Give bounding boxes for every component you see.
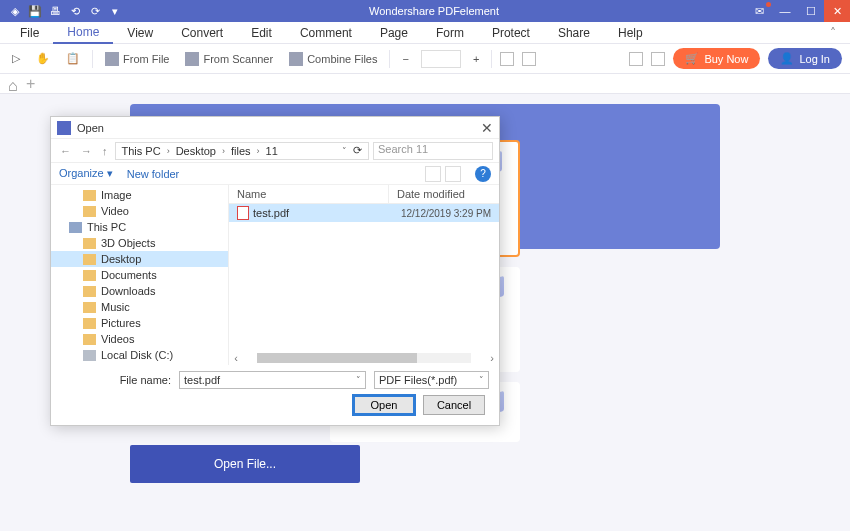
menu-convert[interactable]: Convert — [167, 22, 237, 44]
file-icon — [105, 52, 119, 66]
drive-icon — [83, 350, 96, 361]
save-icon[interactable]: 💾 — [28, 4, 42, 18]
help-icon[interactable]: ? — [475, 166, 491, 182]
dialog-footer: File name: test.pdf˅ PDF Files(*.pdf)˅ O… — [51, 365, 499, 425]
scrollbar-track[interactable] — [257, 353, 471, 363]
folder-icon — [83, 334, 96, 345]
folder-icon — [83, 190, 96, 201]
folder-icon — [83, 206, 96, 217]
path-seg[interactable]: files — [229, 145, 253, 157]
clipboard-icon[interactable]: 📋 — [62, 50, 84, 67]
address-bar[interactable]: This PC› Desktop› files› 11 ˅ ⟳ — [115, 142, 370, 160]
file-name-input[interactable]: test.pdf˅ — [179, 371, 366, 389]
refresh-icon[interactable]: ⟳ — [351, 144, 364, 157]
open-dialog: Open ✕ ← → ↑ This PC› Desktop› files› 11… — [50, 116, 500, 426]
window-close-icon[interactable]: ✕ — [824, 0, 850, 22]
screenshot-icon[interactable] — [629, 52, 643, 66]
from-scanner-button[interactable]: From Scanner — [181, 50, 277, 68]
view-mode-2[interactable] — [522, 52, 536, 66]
tree-node[interactable]: Documents — [51, 267, 228, 283]
tree-node[interactable]: Music — [51, 299, 228, 315]
redo-icon[interactable]: ⟳ — [88, 4, 102, 18]
undo-icon[interactable]: ⟲ — [68, 4, 82, 18]
tree-node[interactable]: 3D Objects — [51, 235, 228, 251]
nav-up-icon[interactable]: ↑ — [99, 145, 111, 157]
preview-pane-icon[interactable] — [445, 166, 461, 182]
pc-icon — [69, 222, 82, 233]
file-list[interactable]: Name Date modified test.pdf 12/12/2019 3… — [229, 185, 499, 365]
menu-file[interactable]: File — [6, 22, 53, 44]
open-button[interactable]: Open — [353, 395, 415, 415]
horizontal-scrollbar[interactable]: ‹ › — [229, 351, 499, 365]
file-type-filter[interactable]: PDF Files(*.pdf)˅ — [374, 371, 489, 389]
menu-comment[interactable]: Comment — [286, 22, 366, 44]
nav-back-icon[interactable]: ← — [57, 145, 74, 157]
file-row[interactable]: test.pdf 12/12/2019 3:29 PM — [229, 204, 499, 222]
path-seg[interactable]: This PC — [120, 145, 163, 157]
home-icon[interactable]: ⌂ — [8, 77, 22, 91]
menu-protect[interactable]: Protect — [478, 22, 544, 44]
column-name[interactable]: Name — [229, 185, 389, 203]
organize-dropdown[interactable]: Organize ▾ — [59, 167, 113, 180]
view-mode-1[interactable] — [500, 52, 514, 66]
path-seg[interactable]: Desktop — [174, 145, 218, 157]
zoom-in-icon[interactable]: + — [469, 51, 483, 67]
scroll-right-icon[interactable]: › — [485, 352, 499, 364]
menu-help[interactable]: Help — [604, 22, 657, 44]
tree-node[interactable]: Image — [51, 187, 228, 203]
tree-node[interactable]: Local Disk (C:) — [51, 347, 228, 363]
menu-share[interactable]: Share — [544, 22, 604, 44]
search-input[interactable]: Search 11 — [373, 142, 493, 160]
dialog-nav: ← → ↑ This PC› Desktop› files› 11 ˅ ⟳ Se… — [51, 139, 499, 163]
breadcrumb-add-icon[interactable]: + — [26, 75, 35, 93]
login-button[interactable]: 👤 Log In — [768, 48, 842, 69]
selection-tool-icon[interactable]: ▷ — [8, 50, 24, 67]
from-file-button[interactable]: From File — [101, 50, 173, 68]
view-mode-icon[interactable] — [425, 166, 441, 182]
window-minimize-icon[interactable]: — — [772, 0, 798, 22]
app-icon — [57, 121, 71, 135]
path-dropdown-icon[interactable]: ˅ — [340, 146, 349, 156]
menu-page[interactable]: Page — [366, 22, 422, 44]
new-folder-button[interactable]: New folder — [127, 168, 180, 180]
menu-edit[interactable]: Edit — [237, 22, 286, 44]
dialog-options-bar: Organize ▾ New folder ? — [51, 163, 499, 185]
folder-icon — [83, 254, 96, 265]
menu-view[interactable]: View — [113, 22, 167, 44]
app-logo-icon: ◈ — [8, 4, 22, 18]
dialog-close-icon[interactable]: ✕ — [481, 120, 493, 136]
qat-dropdown-icon[interactable]: ▾ — [108, 4, 122, 18]
tree-node[interactable]: Desktop — [51, 251, 228, 267]
ribbon-collapse-icon[interactable]: ˄ — [822, 26, 844, 40]
tree-node[interactable]: Video — [51, 203, 228, 219]
open-file-button[interactable]: Open File... — [130, 445, 360, 483]
tree-node[interactable]: Pictures — [51, 315, 228, 331]
folder-tree[interactable]: ImageVideoThis PC3D ObjectsDesktopDocume… — [51, 185, 229, 365]
buy-now-button[interactable]: 🛒 Buy Now — [673, 48, 760, 69]
scroll-left-icon[interactable]: ‹ — [229, 352, 243, 364]
tree-node[interactable]: This PC — [51, 219, 228, 235]
hand-tool-icon[interactable]: ✋ — [32, 50, 54, 67]
app-title: Wondershare PDFelement — [122, 5, 746, 17]
notifications-icon[interactable]: ✉ — [746, 0, 772, 22]
menu-bar: File Home View Convert Edit Comment Page… — [0, 22, 850, 44]
file-name-label: File name: — [61, 374, 171, 386]
ribbon-toolbar: ▷ ✋ 📋 From File From Scanner Combine Fil… — [0, 44, 850, 74]
column-date[interactable]: Date modified — [389, 185, 473, 203]
nav-forward-icon[interactable]: → — [78, 145, 95, 157]
tree-node[interactable]: Videos — [51, 331, 228, 347]
window-maximize-icon[interactable]: ☐ — [798, 0, 824, 22]
pdf-file-icon — [237, 206, 249, 220]
combine-files-button[interactable]: Combine Files — [285, 50, 381, 68]
print-icon[interactable]: 🖶 — [48, 4, 62, 18]
menu-home[interactable]: Home — [53, 22, 113, 44]
zoom-out-icon[interactable]: − — [398, 51, 412, 67]
cancel-button[interactable]: Cancel — [423, 395, 485, 415]
combine-icon — [289, 52, 303, 66]
breadcrumb-bar: ⌂ + — [0, 74, 850, 94]
menu-form[interactable]: Form — [422, 22, 478, 44]
tree-node[interactable]: Downloads — [51, 283, 228, 299]
path-seg[interactable]: 11 — [264, 145, 280, 157]
zoom-input[interactable] — [421, 50, 461, 68]
share-icon[interactable] — [651, 52, 665, 66]
